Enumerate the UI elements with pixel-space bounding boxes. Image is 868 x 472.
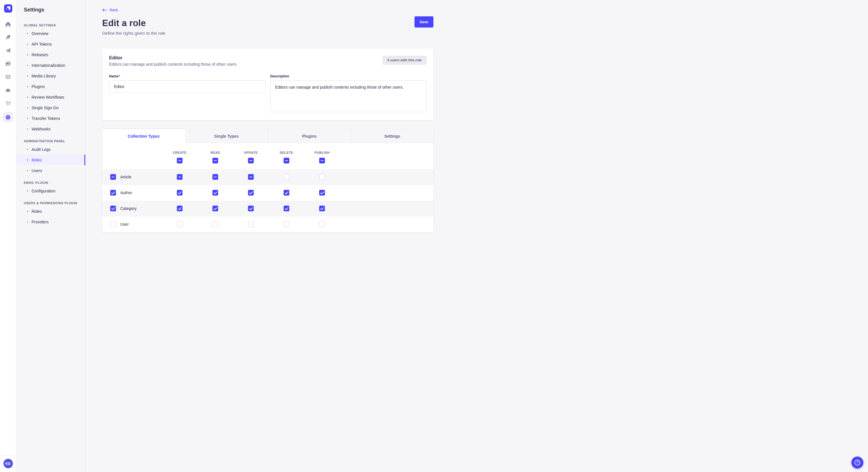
rail-nav xyxy=(3,17,13,123)
page-subtitle: Define the rights given to the role xyxy=(102,31,433,36)
bullet-icon xyxy=(27,222,28,223)
sidebar-item-overview[interactable]: Overview xyxy=(17,28,85,39)
role-name-heading: Editor xyxy=(109,55,427,61)
content-manager-layout-icon[interactable] xyxy=(5,74,11,80)
save-button[interactable]: Save xyxy=(414,16,433,28)
back-label: Back xyxy=(110,8,118,12)
description-textarea[interactable]: Editors can manage and publish contents … xyxy=(270,80,427,112)
sidebar-title: Settings xyxy=(17,7,85,13)
sidebar-section-heading-global-settings: GLOBAL SETTINGS xyxy=(17,24,85,27)
description-field-group: Description Editors can manage and publi… xyxy=(270,74,427,113)
sidebar-item-transfer-tokens[interactable]: Transfer Tokens xyxy=(17,113,85,124)
sidebar-divider xyxy=(24,18,31,19)
permissions-card: Collection TypesSingle TypesPluginsSetti… xyxy=(102,129,433,232)
perm-article-delete-checkbox[interactable] xyxy=(284,174,289,180)
content-type-label: Category xyxy=(120,206,136,211)
description-label: Description xyxy=(270,74,427,78)
perm-user-publish-checkbox[interactable] xyxy=(319,222,325,227)
back-link[interactable]: Back xyxy=(102,8,118,12)
perm-category-create-checkbox[interactable] xyxy=(177,206,183,211)
sidebar-sections: GLOBAL SETTINGSOverviewAPI TokensRelease… xyxy=(17,24,85,227)
sidebar-item-releases[interactable]: Releases xyxy=(17,49,85,60)
sidebar-item-users[interactable]: Users xyxy=(17,165,85,176)
select-row-article-checkbox[interactable] xyxy=(110,174,116,180)
perm-article-publish-checkbox[interactable] xyxy=(319,174,325,180)
sidebar-item-label: Plugins xyxy=(32,84,45,89)
sidebar-item-api-tokens[interactable]: API Tokens xyxy=(17,39,85,49)
perm-category-publish-checkbox[interactable] xyxy=(319,206,325,211)
sidebar-item-label: API Tokens xyxy=(32,42,52,46)
sidebar-section-heading-administration-panel: ADMINISTRATION PANEL xyxy=(17,139,85,143)
sidebar-item-webhooks[interactable]: Webhooks xyxy=(17,124,85,134)
sidebar-item-label: Media Library xyxy=(32,74,56,78)
tab-single-types[interactable]: Single Types xyxy=(185,129,268,143)
users-with-role-badge[interactable]: 0 users with this role xyxy=(383,56,427,65)
sidebar-item-label: Webhooks xyxy=(32,127,51,131)
perm-article-create-checkbox[interactable] xyxy=(177,174,183,180)
sidebar-item-label: Roles xyxy=(32,158,42,162)
sidebar-item-label: Internationalization xyxy=(32,63,65,68)
column-header-update: UPDATE xyxy=(244,151,258,154)
tab-plugins[interactable]: Plugins xyxy=(268,129,351,143)
page-title: Edit a role xyxy=(102,18,433,28)
sidebar-item-label: Configuration xyxy=(32,189,55,193)
sidebar-section-heading-users-permissions-plugin: USERS & PERMISSIONS PLUGIN xyxy=(17,201,85,205)
perm-user-create-checkbox[interactable] xyxy=(177,222,183,227)
perm-category-update-checkbox[interactable] xyxy=(248,206,254,211)
select-row-user-checkbox[interactable] xyxy=(110,222,116,227)
sidebar-item-label: Review Workflows xyxy=(32,95,64,100)
sidebar-item-plugins[interactable]: Plugins xyxy=(17,81,85,92)
sidebar-item-roles[interactable]: Roles xyxy=(17,206,85,216)
bullet-icon xyxy=(27,160,28,161)
column-header-publish: PUBLISH xyxy=(315,151,330,154)
column-header-delete: DELETE xyxy=(280,151,293,154)
sidebar-item-internationalization[interactable]: Internationalization xyxy=(17,60,85,71)
perm-author-create-checkbox[interactable] xyxy=(177,190,183,196)
role-form: Name* Description Editors can manage and… xyxy=(109,74,427,113)
perm-author-delete-checkbox[interactable] xyxy=(284,190,289,196)
perm-category-delete-checkbox[interactable] xyxy=(284,206,289,211)
perm-author-publish-checkbox[interactable] xyxy=(319,190,325,196)
select-all-create-checkbox[interactable] xyxy=(177,158,183,164)
select-all-update-checkbox[interactable] xyxy=(248,158,254,164)
tab-settings[interactable]: Settings xyxy=(351,129,434,143)
content-type-builder-feather-icon[interactable] xyxy=(5,34,11,40)
select-row-author-checkbox[interactable] xyxy=(110,190,116,196)
name-field-group: Name* xyxy=(109,74,266,113)
name-input[interactable] xyxy=(109,80,266,93)
deploy-paper-plane-icon[interactable] xyxy=(5,47,11,54)
media-library-images-icon[interactable] xyxy=(5,61,11,67)
bullet-icon xyxy=(27,75,28,76)
settings-gear-icon[interactable] xyxy=(3,112,13,123)
sidebar-item-providers[interactable]: Providers xyxy=(17,216,85,227)
sidebar-item-label: Transfer Tokens xyxy=(32,116,60,121)
sidebar-item-label: Single Sign-On xyxy=(32,105,59,110)
strapi-logo-icon[interactable] xyxy=(4,4,12,12)
content-type-label: Article xyxy=(120,175,131,179)
select-row-category-checkbox[interactable] xyxy=(110,206,116,211)
sidebar-item-review-workflows[interactable]: Review Workflows xyxy=(17,92,85,102)
perm-author-read-checkbox[interactable] xyxy=(212,190,218,196)
select-all-delete-checkbox[interactable] xyxy=(284,158,289,164)
cloud-icon[interactable] xyxy=(5,87,11,93)
marketplace-cart-icon[interactable] xyxy=(5,100,11,106)
select-all-read-checkbox[interactable] xyxy=(212,158,218,164)
sidebar-item-configuration[interactable]: Configuration xyxy=(17,186,85,196)
perm-author-update-checkbox[interactable] xyxy=(248,190,254,196)
sidebar-item-roles[interactable]: Roles xyxy=(17,155,85,165)
sidebar-item-single-sign-on[interactable]: Single Sign-On xyxy=(17,102,85,113)
perm-user-update-checkbox[interactable] xyxy=(248,222,254,227)
perm-category-read-checkbox[interactable] xyxy=(212,206,218,211)
home-icon[interactable] xyxy=(5,21,11,27)
perm-article-read-checkbox[interactable] xyxy=(212,174,218,180)
perm-article-update-checkbox[interactable] xyxy=(248,174,254,180)
perm-user-read-checkbox[interactable] xyxy=(212,222,218,227)
select-all-publish-checkbox[interactable] xyxy=(319,158,325,164)
sidebar-item-media-library[interactable]: Media Library xyxy=(17,71,85,81)
permission-row-user: User xyxy=(102,216,433,232)
perm-user-delete-checkbox[interactable] xyxy=(284,222,289,227)
role-info-card: Editor Editors can manage and publish co… xyxy=(102,48,433,120)
sidebar-item-audit-logs[interactable]: Audit Logs xyxy=(17,144,85,155)
permission-row-article: Article xyxy=(102,169,433,185)
tab-collection-types[interactable]: Collection Types xyxy=(102,129,185,143)
